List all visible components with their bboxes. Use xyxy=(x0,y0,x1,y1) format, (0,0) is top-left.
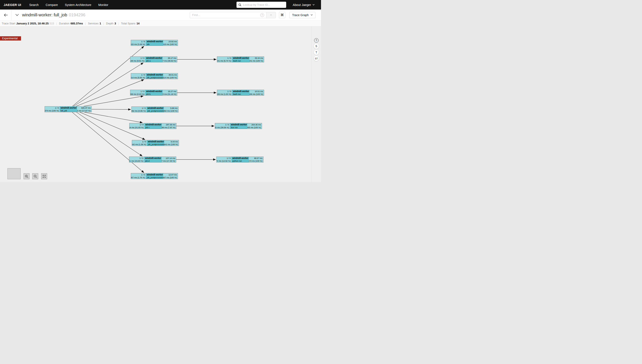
span-self-time: 23.915 ms (100 %) xyxy=(163,43,177,46)
toggle-selftime-button[interactable]: ST xyxy=(314,56,319,61)
span-node-stats-left: 1 / 0264.465 ms (38.59 %) xyxy=(215,123,230,129)
span-duration: 88.57 ms xyxy=(254,157,262,160)
span-node-stats-left: 1 / 0685.374 ms (100 %) xyxy=(45,106,60,112)
app-logo[interactable]: JAEGER UI xyxy=(4,3,21,6)
trace-view-selector[interactable]: Trace Graph xyxy=(289,12,315,18)
span-node-stats-left: 1 / 05.882 ms (0.86 %) xyxy=(132,107,146,112)
span-count: 1 / 0 xyxy=(141,57,145,60)
span-node-job-b[interactable]: 1 / 015.269 ms (2.23 %)windmill-workerjo… xyxy=(130,90,177,96)
span-service-row: windmill-worker xyxy=(147,173,163,176)
span-total-time: 15.269 ms (2.23 %) xyxy=(130,93,144,96)
span-operation-name: bash run xyxy=(233,60,249,62)
span-duration: 10.51 ms xyxy=(255,90,263,93)
span-service-name: windmill-worker xyxy=(147,40,163,43)
span-node-job-postprocessing-a[interactable]: 1 / 038.014 ms (5.55 %)windmill-workerjo… xyxy=(131,73,178,79)
span-duration: 264.46 ms xyxy=(252,123,261,126)
span-count: 1 / 0 xyxy=(141,40,145,43)
keyboard-shortcuts-button[interactable]: ⌘ xyxy=(279,12,285,18)
graph-minimap[interactable] xyxy=(8,168,21,179)
span-node-stats-right: 107.14 ms18.567 ms (17.33 %) xyxy=(162,157,176,162)
find-group: ? × xyxy=(190,12,276,18)
span-duration: 287.36 ms xyxy=(166,123,175,126)
span-node-job-a[interactable]: 1 / 065.168 ms (9.51 %)windmill-workerjo… xyxy=(130,56,177,62)
zoom-out-button[interactable] xyxy=(32,173,38,179)
trace-graph-canvas[interactable]: Experimental 1 / 023.915 ms (3.49 %)wind… xyxy=(0,26,321,182)
find-input[interactable] xyxy=(190,12,258,18)
span-node-bash-run-a[interactable]: 1 / 039.341 ms (5.74 %)windmill-workerba… xyxy=(217,56,264,62)
find-help-button[interactable]: ? xyxy=(258,12,266,18)
span-service-row: windmill-worker xyxy=(231,123,247,126)
span-count: 1 / 0 xyxy=(141,74,145,76)
span-node-stats-left: 1 / 09.442 ms (1.38 %) xyxy=(132,140,147,146)
nav-item-monitor[interactable]: Monitor xyxy=(98,3,108,6)
zoom-out-icon xyxy=(34,174,37,178)
span-operation-name: job xyxy=(147,43,163,46)
span-node-bash-run-b[interactable]: 1 / 010.506 ms (1.53 %)windmill-workerba… xyxy=(217,90,264,96)
about-jaeger-label: About Jaeger xyxy=(293,3,311,6)
trace-start-stat: Trace StartJanuary 2 2025, 18:46:25.515 xyxy=(2,22,54,25)
span-operation-name: job c xyxy=(145,126,162,129)
span-node-stats-right: 5.88 ms5.882 ms (100 %) xyxy=(164,107,178,112)
span-service-name: windmill-worker xyxy=(232,157,248,159)
span-duration: 107.14 ms xyxy=(166,157,175,160)
span-node-job-d[interactable]: 1 / 0107.141 ms (15.63 %)windmill-worker… xyxy=(129,156,176,162)
span-node-stats-right: 685.37 ms121.112 ms (17.67 %) xyxy=(77,106,92,112)
experimental-badge: Experimental xyxy=(0,36,21,40)
span-node-job-postprocessing-b[interactable]: 1 / 05.882 ms (0.86 %)windmill-workerjob… xyxy=(131,106,179,112)
trace-lookup-box[interactable] xyxy=(236,2,286,8)
span-service-row: windmill-worker xyxy=(145,123,162,126)
nav-item-compare[interactable]: Compare xyxy=(46,3,58,6)
trace-view-label: Trace Graph xyxy=(292,13,309,17)
back-button[interactable] xyxy=(0,10,12,20)
span-node-job-c[interactable]: 1 / 0287.364 ms (41.93 %)windmill-worker… xyxy=(129,123,176,129)
about-jaeger-menu[interactable]: About Jaeger xyxy=(293,3,315,6)
span-node-full-job[interactable]: 1 / 0685.374 ms (100 %)windmill-workerfu… xyxy=(45,106,92,112)
span-node-main: windmill-workerjob_postprocessing b xyxy=(146,107,164,112)
trace-lookup-input[interactable] xyxy=(243,3,284,6)
span-operation-name: job_postprocessing b xyxy=(147,110,164,112)
toggle-time-button[interactable]: T xyxy=(314,50,319,55)
nav-item-system-architecture[interactable]: System Architecture xyxy=(65,3,92,6)
span-service-name: windmill-worker xyxy=(233,57,249,59)
span-node-bun-run[interactable]: 1 / 0264.465 ms (38.59 %)windmill-worker… xyxy=(215,123,262,129)
jaeger-app: JAEGER UI Search Compare System Architec… xyxy=(0,0,321,182)
span-node-python-run[interactable]: 1 / 088.574 ms (12.92 %)windmill-workerp… xyxy=(216,156,263,162)
zoom-in-icon xyxy=(25,174,29,178)
divider: | xyxy=(56,22,57,25)
span-total-time: 9.442 ms (1.38 %) xyxy=(132,143,146,146)
graph-help-button[interactable]: ? xyxy=(314,38,319,43)
span-duration: 15.27 ms xyxy=(168,90,176,93)
nav-item-search[interactable]: Search xyxy=(29,3,39,6)
span-node-main: windmill-workerjob a xyxy=(145,57,162,62)
search-icon xyxy=(238,4,241,6)
span-node-job-postprocessing-d[interactable]: 1 / 012.067 ms (1.76 %)windmill-workerjo… xyxy=(131,173,178,179)
span-self-time: 18.567 ms (17.33 %) xyxy=(162,160,175,162)
span-self-time: 12.067 ms (100 %) xyxy=(163,176,177,179)
zoom-in-button[interactable] xyxy=(24,173,30,179)
span-operation-name: job b xyxy=(146,93,162,96)
span-node-stats-left: 1 / 088.574 ms (12.92 %) xyxy=(217,157,231,162)
divider: | xyxy=(85,22,86,25)
span-duration: 23.92 ms xyxy=(169,40,177,43)
span-node-job[interactable]: 1 / 023.915 ms (3.49 %)windmill-workerjo… xyxy=(131,40,178,46)
toggle-service-button[interactable]: S xyxy=(314,44,319,49)
span-operation-name: job d xyxy=(145,160,161,162)
span-node-job-postprocessing-c[interactable]: 1 / 09.442 ms (1.38 %)windmill-workerjob… xyxy=(132,140,179,146)
span-service-row: windmill-worker xyxy=(148,140,164,143)
span-service-row: windmill-worker xyxy=(61,106,77,109)
span-total-time: 287.364 ms (41.93 %) xyxy=(130,126,144,129)
span-count: 1 / 0 xyxy=(140,123,144,126)
collapse-header-button[interactable] xyxy=(15,13,19,16)
span-total-time: 23.915 ms (3.49 %) xyxy=(131,43,145,46)
span-service-row: windmill-worker xyxy=(232,157,249,160)
span-self-time: 25.827 ms (39.63 %) xyxy=(163,60,176,62)
span-self-time: 5.882 ms (100 %) xyxy=(164,110,177,112)
span-total-time: 12.067 ms (1.76 %) xyxy=(131,176,145,179)
span-count: 1 / 0 xyxy=(141,173,145,176)
span-total-time: 264.465 ms (38.59 %) xyxy=(215,126,229,129)
span-self-time: 88.574 ms (100 %) xyxy=(249,160,262,162)
find-clear-button[interactable]: × xyxy=(266,12,275,18)
fit-view-button[interactable] xyxy=(41,173,47,179)
depth-stat: Depth3 xyxy=(106,22,116,25)
edge-full-job-to-job-a xyxy=(74,63,143,106)
